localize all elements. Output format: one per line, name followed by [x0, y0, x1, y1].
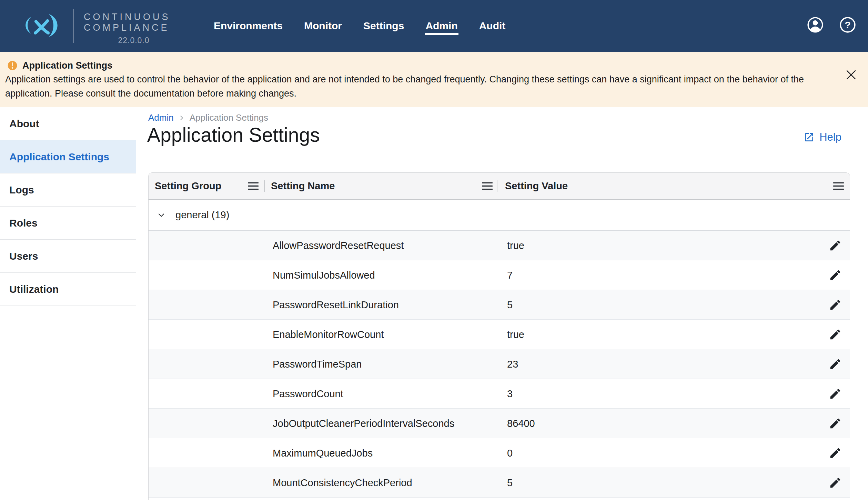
breadcrumb: Admin Application Settings — [148, 112, 268, 123]
setting-row: MaximumQueuedJobs 0 — [149, 438, 850, 468]
pencil-edit-icon — [829, 387, 842, 400]
collapse-group-button[interactable] — [157, 209, 168, 221]
column-menu-icon — [248, 182, 259, 190]
breadcrumb-admin-link[interactable]: Admin — [148, 112, 174, 123]
pencil-edit-icon — [829, 298, 842, 311]
edit-setting-button[interactable] — [827, 415, 844, 432]
sidebar-item-utilization[interactable]: Utilization — [0, 273, 136, 306]
setting-row: PasswordCount 3 — [149, 379, 850, 409]
edit-setting-button[interactable] — [827, 445, 844, 461]
svg-text:?: ? — [845, 20, 850, 30]
application-settings-warning-banner: Application Settings Application setting… — [0, 52, 868, 107]
brand-line-2: COMPLIANCE — [84, 22, 187, 33]
pencil-edit-icon — [829, 358, 842, 371]
pencil-edit-icon — [829, 476, 842, 489]
nav-monitor[interactable]: Monitor — [304, 0, 342, 52]
setting-name: AllowPasswordResetRequest — [273, 240, 404, 251]
user-profile-button[interactable] — [807, 16, 824, 33]
chevron-right-icon — [178, 114, 185, 122]
brand-name: CONTINUOUS COMPLIANCE 22.0.0.0 — [84, 12, 187, 45]
help-link[interactable]: Help — [804, 131, 841, 143]
setting-row: MountConsistencyCheckPeriod 5 — [149, 468, 850, 498]
breadcrumb-current: Application Settings — [190, 112, 268, 123]
setting-value: 5 — [507, 299, 513, 310]
setting-row: NumSimulJobsAllowed 7 — [149, 260, 850, 290]
user-profile-icon — [807, 16, 824, 33]
main-content: Admin Application Settings Application S… — [136, 107, 868, 500]
nav-environments[interactable]: Environments — [214, 0, 283, 52]
column-header-setting-group: Setting Group — [149, 173, 265, 199]
column-menu-button-setting-group[interactable] — [248, 182, 259, 190]
sidebar-item-roles[interactable]: Roles — [0, 207, 136, 240]
setting-name: MountConsistencyCheckPeriod — [273, 477, 412, 488]
nav-settings[interactable]: Settings — [363, 0, 404, 52]
edit-setting-button[interactable] — [827, 237, 844, 254]
column-header-setting-value: Setting Value — [497, 173, 850, 199]
nav-audit[interactable]: Audit — [479, 0, 506, 52]
setting-value: 3 — [507, 388, 513, 399]
setting-name: PasswordTimeSpan — [273, 358, 362, 370]
group-label: general (19) — [175, 209, 229, 221]
warning-icon — [7, 60, 18, 71]
pencil-edit-icon — [829, 328, 842, 341]
edit-setting-button[interactable] — [827, 267, 844, 283]
setting-name: NumSimulJobsAllowed — [273, 269, 375, 281]
external-link-icon — [804, 132, 815, 143]
sidebar-item-application-settings[interactable]: Application Settings — [0, 140, 136, 173]
setting-row: EnableMonitorRowCount true — [149, 320, 850, 349]
setting-value: true — [507, 240, 524, 251]
sidebar-item-users[interactable]: Users — [0, 240, 136, 273]
setting-value: true — [507, 329, 524, 340]
admin-sidebar: About Application Settings Logs Roles Us… — [0, 107, 136, 500]
edit-setting-button[interactable] — [827, 326, 844, 343]
pencil-edit-icon — [829, 239, 842, 252]
banner-title-row: Application Settings — [7, 60, 112, 71]
column-menu-button-setting-value[interactable] — [833, 182, 844, 190]
header-help-button[interactable]: ? — [839, 16, 856, 33]
app-version: 22.0.0.0 — [84, 36, 184, 45]
banner-title: Application Settings — [22, 60, 112, 71]
edit-setting-button[interactable] — [827, 356, 844, 372]
close-icon — [845, 68, 858, 81]
banner-body-text: Application settings are used to control… — [5, 72, 831, 101]
sidebar-item-logs[interactable]: Logs — [0, 173, 136, 207]
brand-logo-icon — [19, 13, 63, 38]
main-nav: Environments Monitor Settings Admin Audi… — [214, 0, 505, 52]
setting-value: 0 — [507, 447, 513, 459]
setting-name: EnableMonitorRowCount — [273, 329, 384, 340]
column-menu-button-setting-name[interactable] — [482, 182, 493, 190]
edit-setting-button[interactable] — [827, 297, 844, 313]
setting-value: 86400 — [507, 418, 535, 429]
brand-line-1: CONTINUOUS — [84, 12, 187, 22]
setting-name: JobOutputCleanerPeriodIntervalSeconds — [273, 418, 454, 429]
setting-name: PasswordResetLinkDuration — [273, 299, 399, 310]
nav-admin[interactable]: Admin — [425, 0, 457, 52]
setting-value: 23 — [507, 358, 518, 370]
setting-name: PasswordCount — [273, 388, 343, 399]
edit-setting-button[interactable] — [827, 474, 844, 491]
sidebar-item-about[interactable]: About — [0, 107, 136, 140]
setting-group-row-general: general (19) — [149, 200, 850, 231]
column-header-setting-name: Setting Name — [265, 173, 497, 199]
help-link-label: Help — [819, 131, 841, 143]
setting-value: 7 — [507, 269, 513, 281]
pencil-edit-icon — [829, 417, 842, 430]
chevron-down-icon — [157, 210, 166, 220]
settings-table-header: Setting Group Setting Name — [149, 173, 850, 200]
question-mark-icon: ? — [839, 16, 856, 33]
setting-row: PasswordResetLinkDuration 5 — [149, 290, 850, 320]
setting-value: 5 — [507, 477, 513, 488]
settings-table: Setting Group Setting Name — [148, 172, 850, 500]
pencil-edit-icon — [829, 447, 842, 460]
edit-setting-button[interactable] — [827, 386, 844, 402]
banner-close-button[interactable] — [842, 66, 860, 84]
setting-row: JobOutputCleanerPeriodIntervalSeconds 86… — [149, 409, 850, 438]
column-menu-icon — [482, 182, 493, 190]
column-menu-icon — [833, 182, 844, 190]
setting-name: MaximumQueuedJobs — [273, 447, 373, 459]
page-title: Application Settings — [147, 123, 320, 146]
brand-divider — [73, 9, 74, 43]
pencil-edit-icon — [829, 269, 842, 282]
setting-row: PasswordTimeSpan 23 — [149, 349, 850, 379]
setting-row: AllowPasswordResetRequest true — [149, 231, 850, 260]
